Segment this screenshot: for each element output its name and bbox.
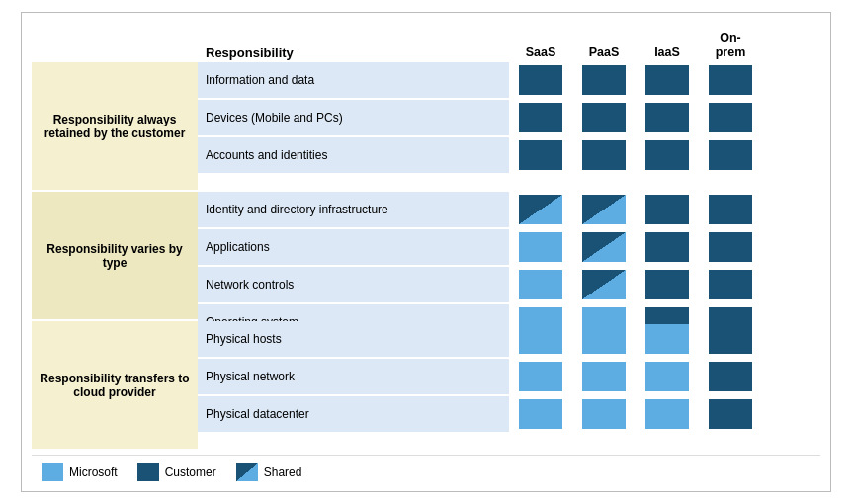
row-cell [572, 100, 636, 135]
row-label: Physical hosts [198, 321, 509, 357]
row-cell [699, 192, 762, 227]
row-cell [572, 229, 636, 265]
responsibility-header: Responsibility [198, 45, 509, 60]
cell-block [709, 103, 752, 132]
row-cell [699, 100, 762, 135]
col-header-3: On- prem [699, 31, 762, 60]
cell-block [645, 270, 689, 299]
row-cell [699, 62, 762, 98]
legend-box [137, 463, 159, 481]
table-row: Physical hosts [198, 321, 820, 359]
row-cell [636, 229, 699, 265]
cell-block [709, 399, 752, 429]
row-cell [572, 192, 636, 227]
legend-box [236, 463, 258, 481]
row-cell [699, 321, 762, 357]
row-cell [509, 137, 572, 173]
row-cell [699, 396, 762, 432]
row-label: Network controls [198, 267, 509, 302]
cell-block [645, 324, 689, 354]
group-1: Responsibility varies by typeIdentity an… [32, 192, 820, 321]
row-label: Information and data [198, 62, 509, 98]
cell-block [645, 362, 689, 391]
cell-block [709, 232, 752, 262]
cell-block [582, 103, 626, 132]
cell-block [582, 399, 626, 429]
group-label-2: Responsibility transfers to cloud provid… [32, 321, 198, 451]
table-row: Information and data [198, 62, 820, 100]
row-cell [572, 359, 636, 394]
row-label: Identity and directory infrastructure [198, 192, 509, 227]
row-cell [699, 229, 762, 265]
rows-col-1: Identity and directory infrastructureApp… [198, 192, 820, 321]
group-0: Responsibility always retained by the cu… [32, 62, 820, 192]
chart-container: ResponsibilitySaaSPaaSIaaSOn- premRespon… [21, 12, 831, 492]
row-label: Physical network [198, 359, 509, 394]
cell-block [582, 140, 626, 170]
row-cell [636, 192, 699, 227]
cell-block [582, 65, 626, 95]
table-row: Devices (Mobile and PCs) [198, 100, 820, 137]
cell-block [709, 140, 752, 170]
cell-block [582, 232, 626, 262]
row-cell [509, 229, 572, 265]
row-cell [509, 321, 572, 357]
cell-block [519, 103, 562, 132]
cell-block [519, 362, 562, 391]
table-row: Network controls [198, 267, 820, 304]
cell-block [645, 195, 689, 224]
row-cell [572, 321, 636, 357]
cell-block [582, 195, 626, 224]
cell-block [582, 270, 626, 299]
rows-col-2: Physical hostsPhysical networkPhysical d… [198, 321, 820, 451]
legend-item-2: Shared [236, 463, 302, 481]
row-cell [572, 137, 636, 173]
row-cell [699, 137, 762, 173]
cell-block [709, 270, 752, 299]
cell-block [582, 324, 626, 354]
row-cell [509, 396, 572, 432]
legend-label: Microsoft [69, 465, 118, 479]
group-label-0: Responsibility always retained by the cu… [32, 62, 198, 192]
cell-block [645, 65, 689, 95]
row-cell [636, 62, 699, 98]
cell-block [645, 103, 689, 132]
legend-item-0: Microsoft [42, 463, 118, 481]
cell-block [519, 270, 562, 299]
rows-col-0: Information and dataDevices (Mobile and … [198, 62, 820, 192]
col-header-1: PaaS [572, 45, 636, 60]
table-row: Physical network [198, 359, 820, 396]
row-cell [509, 267, 572, 302]
legend-item-1: Customer [137, 463, 216, 481]
cell-block [519, 324, 562, 354]
cell-block [519, 140, 562, 170]
cell-block [709, 195, 752, 224]
cell-block [645, 232, 689, 262]
row-cell [509, 100, 572, 135]
row-cell [636, 267, 699, 302]
table-row: Identity and directory infrastructure [198, 192, 820, 229]
cell-block [709, 324, 752, 354]
header-row: ResponsibilitySaaSPaaSIaaSOn- prem [32, 21, 820, 62]
group-2: Responsibility transfers to cloud provid… [32, 321, 820, 451]
legend-box [42, 463, 63, 481]
legend-label: Shared [264, 465, 302, 479]
row-cell [636, 100, 699, 135]
row-cell [572, 267, 636, 302]
cell-block [582, 362, 626, 391]
row-cell [509, 359, 572, 394]
legend: MicrosoftCustomerShared [32, 455, 820, 483]
row-cell [636, 359, 699, 394]
group-label-1: Responsibility varies by type [32, 192, 198, 321]
col-header-2: IaaS [636, 45, 699, 60]
cell-block [519, 232, 562, 262]
table-row: Physical datacenter [198, 396, 820, 434]
row-label: Accounts and identities [198, 137, 509, 173]
row-cell [699, 359, 762, 394]
row-cell [636, 137, 699, 173]
cell-block [645, 399, 689, 429]
col-header-0: SaaS [509, 45, 572, 60]
cell-block [645, 140, 689, 170]
row-label: Physical datacenter [198, 396, 509, 432]
cell-block [519, 65, 562, 95]
